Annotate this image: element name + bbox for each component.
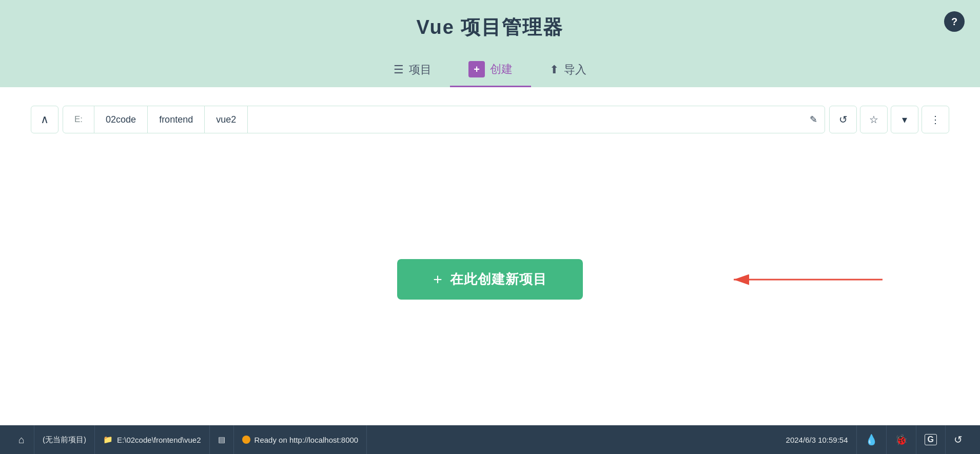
statusbar-path[interactable]: 📁 E:\02code\frontend\vue2 <box>95 425 209 454</box>
tab-nav: ☰ 项目 + 创建 ⬆ 导入 <box>375 55 605 87</box>
path-segment-2[interactable]: vue2 <box>205 106 248 133</box>
path-favorite-button[interactable]: ☆ <box>860 106 888 133</box>
tab-projects-label: 项目 <box>409 62 432 77</box>
path-edit-button[interactable]: ✎ <box>810 114 817 125</box>
create-plus-icon: + <box>433 271 443 288</box>
home-icon: ⌂ <box>18 434 25 446</box>
arrow-annotation <box>723 259 888 300</box>
tab-create[interactable]: + 创建 <box>450 55 531 87</box>
statusbar-ready: Ready on http://localhost:8000 <box>234 425 367 454</box>
tab-import-label: 导入 <box>564 62 586 77</box>
help-button[interactable]: ? <box>944 11 965 32</box>
ready-dot <box>242 436 250 444</box>
statusbar-bug[interactable]: 🐞 <box>887 425 916 454</box>
create-project-label: 在此创建新项目 <box>450 270 547 288</box>
header: ? Vue 项目管理器 ☰ 项目 + 创建 ⬆ 导入 <box>0 0 980 87</box>
path-collapse-button[interactable]: ∧ <box>31 106 58 133</box>
terminal-icon: ▤ <box>218 435 225 444</box>
statusbar-refresh[interactable]: ↺ <box>946 425 971 454</box>
refresh-icon: ↺ <box>954 433 963 446</box>
path-dropdown-button[interactable]: ▾ <box>891 106 918 133</box>
path-segments: E: 02code frontend vue2 ✎ <box>63 106 825 133</box>
ready-label: Ready on http://localhost:8000 <box>254 436 359 444</box>
statusbar-datetime: 2024/6/3 10:59:54 <box>778 425 857 454</box>
drop-icon: 💧 <box>865 433 878 446</box>
path-drive[interactable]: E: <box>63 106 94 133</box>
statusbar-terminal[interactable]: ▤ <box>210 425 234 454</box>
translate-icon: G <box>925 434 937 445</box>
page-title: Vue 项目管理器 <box>417 14 564 41</box>
tab-create-label: 创建 <box>490 62 513 77</box>
path-refresh-button[interactable]: ↺ <box>829 106 857 133</box>
statusbar-drop[interactable]: 💧 <box>857 425 887 454</box>
statusbar-translate[interactable]: G <box>916 425 946 454</box>
statusbar: ⌂ (无当前项目) 📁 E:\02code\frontend\vue2 ▤ Re… <box>0 425 980 454</box>
no-project-label: (无当前项目) <box>43 435 86 445</box>
tab-projects[interactable]: ☰ 项目 <box>375 56 450 87</box>
statusbar-home[interactable]: ⌂ <box>9 425 34 454</box>
main-content: ∧ E: 02code frontend vue2 ✎ ↺ ☆ ▾ ⋮ + 在此… <box>0 87 980 425</box>
path-actions: ↺ ☆ ▾ ⋮ <box>829 106 949 133</box>
arrow-icon <box>723 259 888 300</box>
path-segment-1[interactable]: frontend <box>148 106 205 133</box>
projects-icon: ☰ <box>394 63 404 76</box>
import-icon: ⬆ <box>550 63 559 76</box>
statusbar-no-project: (无当前项目) <box>34 425 95 454</box>
statusbar-path-label: E:\02code\frontend\vue2 <box>117 436 201 444</box>
tab-import[interactable]: ⬆ 导入 <box>531 56 605 87</box>
folder-icon: 📁 <box>103 435 113 444</box>
create-project-button[interactable]: + 在此创建新项目 <box>397 259 583 300</box>
bug-icon: 🐞 <box>895 433 908 446</box>
create-icon: + <box>468 61 485 77</box>
datetime-label: 2024/6/3 10:59:54 <box>786 436 848 444</box>
path-segment-0[interactable]: 02code <box>94 106 148 133</box>
create-area: + 在此创建新项目 <box>31 133 949 425</box>
path-more-button[interactable]: ⋮ <box>922 106 949 133</box>
path-bar: ∧ E: 02code frontend vue2 ✎ ↺ ☆ ▾ ⋮ <box>31 106 949 133</box>
